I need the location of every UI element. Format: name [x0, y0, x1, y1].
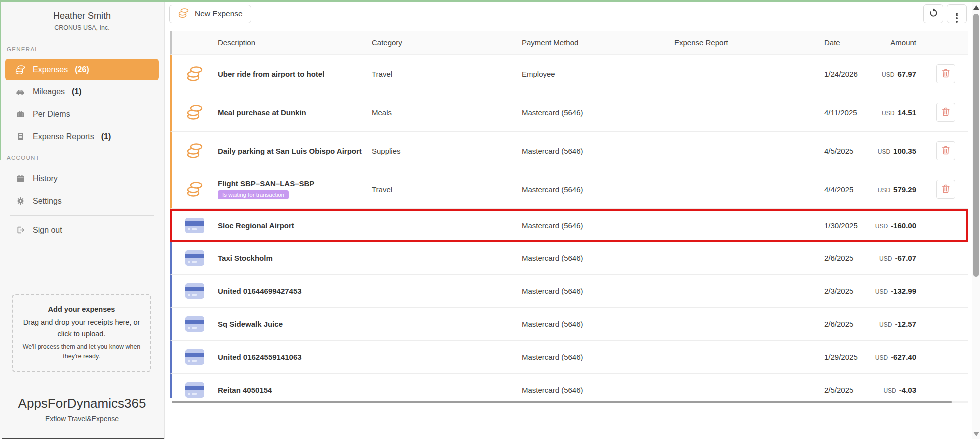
amount-value: -160.00: [891, 221, 916, 230]
table-row[interactable]: United 01644699427453 Mastercard (5646) …: [170, 275, 968, 308]
sidebar-item-settings[interactable]: Settings: [0, 190, 164, 212]
currency-code: USD: [875, 354, 888, 361]
sidebar-item-sign-out[interactable]: Sign out: [0, 219, 164, 241]
currency-code: USD: [878, 187, 890, 194]
expense-date: 4/5/2025: [824, 147, 870, 155]
brand-product: Exflow Travel&Expense: [0, 415, 164, 423]
expense-amount: USD 67.97: [870, 70, 916, 78]
coins-icon: [178, 7, 189, 20]
upload-dropzone[interactable]: Add your expenses Drag and drop your rec…: [12, 294, 151, 372]
expense-payment-method: Mastercard (5646): [522, 221, 674, 230]
expense-amount: USD -160.00: [870, 221, 916, 230]
section-label-general: GENERAL: [7, 46, 164, 52]
expense-date: 4/4/2025: [824, 185, 870, 194]
status-badge: Is waiting for transaction: [218, 190, 289, 199]
scroll-down-arrow-icon[interactable]: [973, 432, 979, 436]
horizontal-scrollbar-thumb[interactable]: [172, 401, 952, 403]
upload-note: We'll process them and let you know when…: [21, 342, 142, 361]
expense-payment-method: Mastercard (5646): [522, 386, 674, 394]
expense-description: Sloc Regional Airport: [218, 221, 294, 230]
expense-payment-method: Mastercard (5646): [522, 320, 674, 328]
expense-date: 2/6/2025: [824, 254, 870, 262]
table-row[interactable]: Meal purchase at Dunkin Meals Mastercard…: [170, 93, 968, 132]
amount-value: -132.99: [891, 287, 916, 295]
delete-button[interactable]: [936, 64, 955, 83]
amount-value: 14.51: [897, 108, 916, 117]
gear-icon: [15, 196, 26, 206]
currency-code: USD: [879, 321, 892, 328]
expense-date: 1/30/2025: [824, 221, 870, 230]
expense-description: Taxi Stockholm: [218, 254, 273, 262]
table-row[interactable]: Flight SBP–SAN–LAS–SBP Is waiting for tr…: [170, 170, 968, 209]
more-options-button[interactable]: [947, 4, 967, 23]
currency-code: USD: [882, 71, 894, 78]
expense-category: Supplies: [372, 147, 522, 155]
table-row[interactable]: Reitan 4050154 Mastercard (5646) 2/5/202…: [170, 374, 968, 398]
expense-amount: USD 100.35: [870, 147, 916, 155]
currency-code: USD: [879, 255, 892, 262]
expense-category: Meals: [372, 108, 522, 117]
expense-amount: USD 579.29: [870, 185, 916, 194]
expense-payment-method: Mastercard (5646): [522, 185, 674, 194]
delete-button[interactable]: [936, 103, 955, 122]
column-header-amount: Amount: [890, 38, 916, 47]
column-header-payment-method: Payment Method: [522, 38, 674, 47]
sidebar-item-expense-reports[interactable]: Expense Reports (1): [0, 125, 164, 148]
sidebar-item-per-diems[interactable]: Per Diems: [0, 103, 164, 125]
table-row[interactable]: Sloc Regional Airport Mastercard (5646) …: [170, 209, 968, 242]
vertical-scrollbar-thumb[interactable]: [973, 14, 979, 277]
vertical-scrollbar[interactable]: [972, 2, 980, 439]
trash-icon: [940, 183, 951, 196]
table-row[interactable]: Sq Sidewalk Juice Mastercard (5646) 2/6/…: [170, 308, 968, 341]
car-icon: [15, 87, 26, 97]
sidebar-item-label: Per Diems: [33, 110, 70, 119]
amount-value: -12.57: [895, 320, 916, 328]
sidebar-nav-account: History: [0, 167, 164, 241]
expense-description: Sq Sidewalk Juice: [218, 320, 283, 328]
toolbar: New Expense: [165, 2, 972, 26]
document-icon: [15, 132, 26, 141]
table-row[interactable]: United 01624559141063 Mastercard (5646) …: [170, 341, 968, 374]
scroll-up-arrow-icon[interactable]: [973, 5, 979, 10]
sidebar-item-history[interactable]: History: [0, 167, 164, 190]
column-header-date: Date: [824, 38, 870, 47]
expense-rows: Uber ride from airport to hotel Travel E…: [170, 55, 968, 398]
expense-payment-method: Mastercard (5646): [522, 108, 674, 117]
delete-button[interactable]: [936, 180, 955, 199]
expense-payment-method: Mastercard (5646): [522, 254, 674, 262]
table-row[interactable]: Uber ride from airport to hotel Travel E…: [170, 55, 968, 93]
expense-amount: USD -627.40: [870, 353, 916, 361]
column-header-description: Description: [218, 38, 372, 47]
sidebar-item-label: Sign out: [33, 226, 62, 235]
table-row[interactable]: Daily parking at San Luis Obispo Airport…: [170, 132, 968, 170]
expense-description: Flight SBP–SAN–LAS–SBP: [218, 179, 314, 188]
expense-amount: USD -4.03: [870, 386, 916, 394]
sidebar-item-label: Settings: [33, 197, 62, 206]
expense-payment-method: Mastercard (5646): [522, 353, 674, 361]
new-expense-button[interactable]: New Expense: [169, 5, 251, 23]
upload-instruction: Drag and drop your receipts here, or cli…: [21, 317, 142, 340]
sidebar-item-mileages[interactable]: Mileages (1): [0, 80, 164, 103]
expense-amount: USD -67.07: [870, 254, 916, 262]
logout-icon: [15, 225, 26, 235]
sidebar-item-expenses[interactable]: Expenses (26): [5, 59, 159, 80]
expense-date: 2/3/2025: [824, 287, 870, 295]
sidebar-item-label: History: [33, 174, 58, 183]
table-row[interactable]: Taxi Stockholm Mastercard (5646) 2/6/202…: [170, 242, 968, 275]
currency-code: USD: [875, 288, 888, 295]
credit-card-icon: [185, 250, 204, 266]
user-company: CRONUS USA, Inc.: [0, 24, 164, 31]
horizontal-scrollbar[interactable]: [172, 401, 968, 403]
cash-expense-icon: [186, 103, 204, 122]
cash-expense-icon: [186, 65, 204, 83]
delete-button[interactable]: [936, 141, 955, 160]
trash-icon: [940, 145, 951, 157]
cash-expense-icon: [186, 180, 204, 199]
sidebar-item-label: Expense Reports: [33, 132, 94, 141]
brand: AppsForDynamics365 Exflow Travel&Expense: [0, 396, 164, 423]
refresh-button[interactable]: [923, 4, 943, 23]
expense-category: Travel: [372, 185, 522, 194]
amount-value: -627.40: [891, 353, 916, 361]
credit-card-icon: [185, 382, 204, 398]
currency-code: USD: [883, 387, 896, 394]
